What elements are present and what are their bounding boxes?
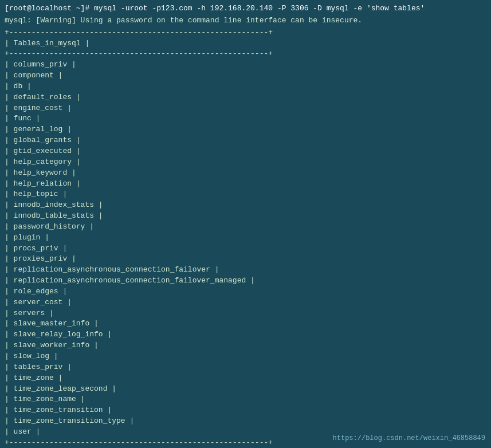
table-row: | time_zone_leap_second | [5,384,486,395]
table-row: | replication_asynchronous_connection_fa… [5,265,486,276]
table-row: | time_zone_name | [5,394,486,405]
table-row: | servers | [5,308,486,319]
command-line: [root@localhost ~]# mysql -uroot -p123.c… [5,3,486,14]
terminal-window: [root@localhost ~]# mysql -uroot -p123.c… [0,0,491,448]
table-row: | plugin | [5,233,486,243]
table-row: | gtid_executed | [5,146,486,157]
table-row: | role_edges | [5,286,486,297]
table-row: | default_roles | [5,92,486,103]
table-row: | func | [5,113,486,124]
watermark: https://blog.csdn.net/weixin_46858849 [333,434,485,442]
table-row: | proxies_priv | [5,254,486,265]
warning-line: mysql: [Warning] Using a password on the… [5,15,486,26]
table-row: | engine_cost | [5,103,486,114]
divider-top: +---------------------------------------… [5,27,486,38]
divider-mid: +---------------------------------------… [5,49,486,60]
table-row: | tables_priv | [5,362,486,373]
table-row: | component | [5,70,486,81]
table-row: | password_history | [5,222,486,233]
table-row: | help_relation | [5,179,486,190]
table-row: | slave_worker_info | [5,340,486,351]
table-row: | innodb_index_stats | [5,200,486,211]
table-row: | time_zone | [5,373,486,384]
table-row: | replication_asynchronous_connection_fa… [5,276,486,286]
table-row: | procs_priv | [5,243,486,254]
table-row: | help_category | [5,157,486,168]
table-row: | slave_relay_log_info | [5,329,486,340]
table-row: | global_grants | [5,135,486,146]
table-row: | server_cost | [5,297,486,308]
table-row: | general_log | [5,124,486,135]
table-row: | innodb_table_stats | [5,211,486,222]
table-row: | time_zone_transition_type | [5,416,486,427]
table-row: | help_topic | [5,189,486,200]
table-row: | help_keyword | [5,168,486,179]
table-row: | slave_master_info | [5,319,486,329]
table-row: | slow_log | [5,351,486,362]
table-row: | db | [5,81,486,92]
table-row: | columns_priv | [5,60,486,70]
table-row: | time_zone_transition | [5,405,486,416]
table-header: | Tables_in_mysql | [5,38,486,49]
table-rows-container: | columns_priv || component || db || def… [5,60,486,438]
